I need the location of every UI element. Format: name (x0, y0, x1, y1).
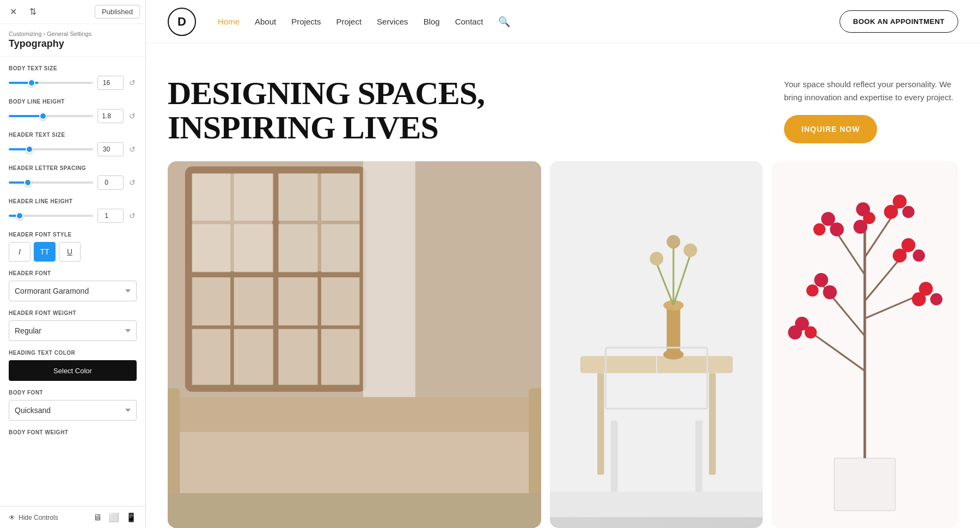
body-line-height-row: 1.8 ↺ (9, 109, 137, 123)
font-style-row: I TT U (9, 242, 137, 262)
svg-point-61 (903, 206, 915, 218)
svg-point-55 (930, 293, 942, 305)
logo-text: D (177, 15, 186, 29)
svg-point-45 (814, 273, 829, 287)
header-font-select[interactable]: Cormorant Garamond (9, 281, 137, 301)
svg-rect-18 (597, 373, 604, 475)
hero-text-block: DESIGNING SPACES, INSPIRING LIVES (168, 76, 762, 145)
header-letter-spacing-input[interactable]: 0 (97, 175, 124, 190)
mobile-icon: 📱 (126, 513, 137, 522)
hide-controls-text: Hide Controls (19, 514, 58, 521)
header-font-weight-select[interactable]: Regular (9, 320, 137, 341)
svg-point-28 (666, 235, 680, 248)
header-line-height-input[interactable]: 1 (97, 209, 124, 223)
site-navigation: D Home About Projects Project Services B… (146, 0, 980, 44)
close-button[interactable]: ✕ (5, 4, 21, 20)
book-appointment-button[interactable]: BOOK AN APPOINTMENT (840, 10, 958, 33)
gallery-section (146, 161, 980, 528)
gallery-image-2 (550, 161, 763, 528)
body-text-size-row: 16 ↺ (9, 76, 137, 90)
svg-rect-11 (363, 161, 415, 423)
body-line-height-input[interactable]: 1.8 (97, 109, 124, 123)
nav-link-contact[interactable]: Contact (455, 17, 483, 26)
body-font-select[interactable]: Quicksand (9, 400, 137, 421)
nav-link-projects[interactable]: Projects (291, 17, 321, 26)
header-text-size-input[interactable]: 30 (97, 142, 124, 156)
body-line-height-label: BODY LINE HEIGHT (9, 99, 137, 105)
svg-rect-16 (168, 493, 541, 528)
header-line-height-label: HEADER LINE HEIGHT (9, 198, 137, 204)
svg-point-53 (788, 325, 803, 339)
gallery-image-1 (168, 161, 541, 528)
header-letter-spacing-label: HEADER LETTER SPACING (9, 165, 137, 171)
svg-rect-9 (192, 173, 272, 271)
published-badge[interactable]: Published (95, 5, 140, 19)
body-text-size-input[interactable]: 16 (97, 76, 124, 90)
svg-point-52 (805, 326, 817, 338)
body-text-size-slider[interactable] (9, 82, 93, 84)
svg-point-58 (813, 223, 825, 235)
panel-footer: 👁 Hide Controls 🖥 ⬜ 📱 (0, 506, 145, 528)
svg-rect-33 (610, 421, 617, 497)
footer-device-icons: 🖥 ⬜ 📱 (93, 512, 137, 523)
svg-point-27 (650, 252, 663, 265)
svg-rect-37 (835, 458, 896, 511)
header-letter-spacing-slider[interactable] (9, 181, 93, 184)
hero-section: DESIGNING SPACES, INSPIRING LIVES Your s… (146, 44, 980, 161)
panel-title: Typography (0, 37, 145, 57)
svg-point-59 (830, 222, 844, 236)
svg-point-50 (893, 248, 907, 263)
panel-topbar: ✕ ⇅ Published (0, 0, 145, 24)
hero-description: Your space should reflect your personali… (784, 78, 958, 104)
body-font-weight-label: BODY FONT WEIGHT (9, 429, 137, 435)
body-line-height-slider[interactable] (9, 115, 93, 117)
header-line-height-slider[interactable] (9, 215, 93, 217)
customizer-panel: ✕ ⇅ Published Customizing › General Sett… (0, 0, 146, 528)
header-text-size-slider[interactable] (9, 148, 93, 150)
header-text-size-reset[interactable]: ↺ (128, 144, 137, 155)
nav-link-blog[interactable]: Blog (424, 17, 440, 26)
hide-controls-label[interactable]: 👁 Hide Controls (9, 514, 58, 521)
svg-point-47 (823, 286, 837, 300)
eye-icon: 👁 (9, 514, 15, 521)
select-color-button[interactable]: Select Color (9, 360, 137, 381)
nav-link-services[interactable]: Services (377, 17, 408, 26)
header-line-height-row: 1 ↺ (9, 209, 137, 223)
chair-illustration (550, 161, 763, 517)
header-line-height-reset[interactable]: ↺ (128, 210, 137, 221)
sort-icon: ⇅ (29, 7, 36, 17)
nav-link-home[interactable]: Home (218, 17, 240, 26)
website-preview: D Home About Projects Project Services B… (146, 0, 980, 528)
svg-point-46 (806, 284, 818, 296)
nav-link-project[interactable]: Project (336, 17, 362, 26)
svg-point-56 (912, 292, 926, 306)
body-text-size-reset[interactable]: ↺ (128, 77, 137, 88)
underline-button[interactable]: U (59, 242, 81, 262)
search-icon[interactable]: 🔍 (498, 16, 510, 28)
bold-icon: TT (40, 247, 49, 256)
desktop-view-button[interactable]: 🖥 (93, 512, 102, 523)
svg-rect-13 (168, 397, 541, 432)
hero-right-block: Your space should reflect your personali… (784, 78, 958, 143)
sort-button[interactable]: ⇅ (25, 4, 40, 20)
body-text-size-label: BODY TEXT SIZE (9, 65, 137, 71)
panel-content: BODY TEXT SIZE 16 ↺ BODY LINE HEIGHT 1.8… (0, 57, 145, 506)
nav-link-about[interactable]: About (255, 17, 276, 26)
header-text-size-row: 30 ↺ (9, 142, 137, 156)
body-font-label: BODY FONT (9, 390, 137, 396)
gallery-image-3 (771, 161, 958, 528)
italic-icon: I (19, 247, 21, 256)
inquire-button[interactable]: INQUIRE NOW (784, 115, 877, 143)
italic-button[interactable]: I (9, 242, 30, 262)
mobile-view-button[interactable]: 📱 (126, 512, 137, 523)
svg-rect-17 (550, 161, 763, 517)
tablet-view-button[interactable]: ⬜ (108, 512, 119, 523)
header-letter-spacing-row: 0 ↺ (9, 175, 137, 190)
header-letter-spacing-reset[interactable]: ↺ (128, 177, 137, 188)
svg-point-62 (884, 205, 898, 219)
nav-links: Home About Projects Project Services Blo… (218, 16, 829, 28)
body-line-height-reset[interactable]: ↺ (128, 111, 137, 122)
bold-button[interactable]: TT (34, 242, 56, 262)
site-logo: D (168, 8, 196, 36)
svg-rect-19 (709, 373, 715, 475)
